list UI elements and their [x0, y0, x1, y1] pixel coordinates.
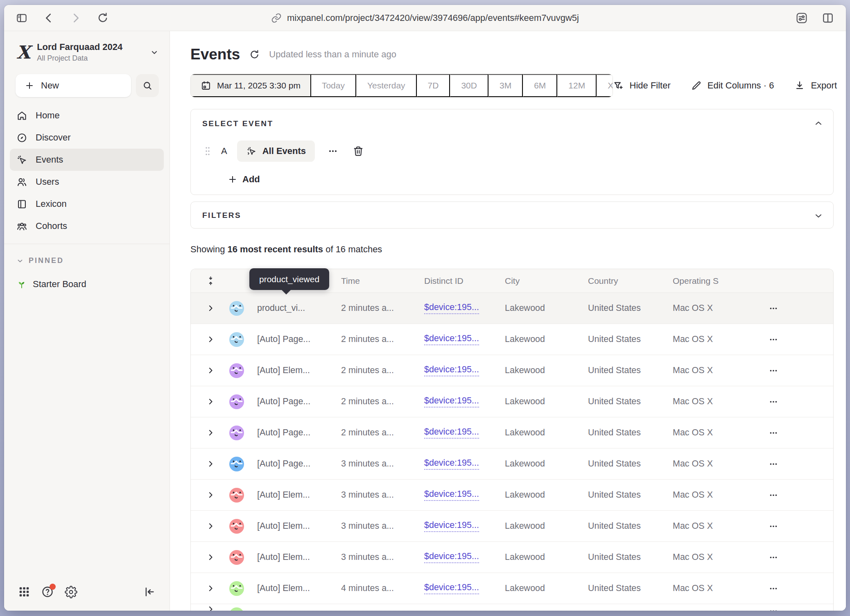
project-switcher[interactable]: X Lord Farquaad 2024 All Project Data — [16, 42, 159, 63]
range-button-xtd[interactable]: XTD — [597, 74, 613, 97]
row-more-options-icon[interactable] — [766, 519, 780, 533]
sidebar-item-users[interactable]: Users — [10, 171, 164, 193]
collapse-rows-icon[interactable] — [206, 276, 229, 286]
row-more-options-icon[interactable] — [766, 426, 780, 440]
expand-row-chevron-icon[interactable] — [206, 365, 216, 376]
expand-row-chevron-icon[interactable] — [206, 396, 216, 407]
expand-panel-chevron-down-icon[interactable] — [814, 211, 823, 221]
table-row[interactable]: [Auto] Elem... 4 minutes a... $device:19… — [191, 573, 833, 604]
cell-os: Mac OS X — [673, 428, 765, 438]
table-row[interactable]: [Auto] Page... 2 minutes a... $device:19… — [191, 324, 833, 355]
col-header-city[interactable]: City — [505, 276, 588, 286]
sidebar-item-events[interactable]: Events — [10, 149, 164, 171]
browser-back-icon[interactable] — [43, 12, 55, 24]
add-event-button[interactable]: Add — [228, 174, 260, 185]
sidebar-item-home[interactable]: Home — [10, 104, 164, 127]
sidebar-item-discover[interactable]: Discover — [10, 127, 164, 149]
expand-row-chevron-icon[interactable] — [206, 428, 216, 438]
collapse-panel-chevron-up-icon[interactable] — [814, 118, 823, 128]
col-header-country[interactable]: Country — [588, 276, 673, 286]
cell-distinct-id-link[interactable]: $device:195... — [424, 427, 479, 439]
drag-handle-icon[interactable] — [205, 146, 210, 156]
sidebar-item-cohorts[interactable]: Cohorts — [10, 215, 164, 237]
expand-row-chevron-icon[interactable] — [206, 521, 216, 531]
table-row[interactable]: product_vi... 2 minutes a... $device:195… — [191, 293, 833, 324]
range-button[interactable]: 7D — [417, 74, 450, 97]
table-row[interactable] — [191, 604, 833, 611]
cell-distinct-id-link[interactable]: $device:195... — [424, 365, 479, 376]
range-button[interactable]: 3M — [488, 74, 523, 97]
settings-gear-icon[interactable] — [65, 586, 77, 598]
expand-row-chevron-icon[interactable] — [206, 583, 216, 593]
expand-row-chevron-icon[interactable] — [206, 303, 216, 313]
address-bar[interactable]: mixpanel.com/project/3472420/view/397469… — [271, 13, 579, 23]
table-row[interactable]: [Auto] Elem... 2 minutes a... $device:19… — [191, 355, 833, 386]
row-more-options-icon[interactable] — [766, 333, 780, 346]
cell-distinct-id-link[interactable]: $device:195... — [424, 396, 479, 408]
table-row[interactable]: [Auto] Elem... 3 minutes a... $device:19… — [191, 542, 833, 573]
range-button[interactable]: Today — [311, 74, 356, 97]
cell-distinct-id-link[interactable]: $device:195... — [424, 520, 479, 532]
refresh-icon[interactable] — [249, 49, 260, 60]
filters-title: FILTERS — [202, 211, 822, 220]
row-more-options-icon[interactable] — [766, 582, 780, 596]
row-more-options-icon[interactable] — [766, 301, 780, 315]
browser-extensions-icon[interactable] — [795, 11, 808, 25]
sidebar-item-lexicon[interactable]: Lexicon — [10, 193, 164, 215]
cohorts-icon — [16, 221, 27, 232]
sidebar-item-starter-board[interactable]: Starter Board — [16, 279, 164, 290]
table-row[interactable]: [Auto] Elem... 3 minutes a... $device:19… — [191, 511, 833, 542]
apps-grid-icon[interactable] — [18, 586, 30, 598]
edit-columns-button[interactable]: Edit Columns · 6 — [691, 80, 774, 91]
expand-row-chevron-icon[interactable] — [206, 490, 216, 500]
range-button[interactable]: 30D — [450, 74, 488, 97]
col-header-distinct-id[interactable]: Distinct ID — [424, 276, 505, 286]
cell-city: Lakewood — [505, 365, 588, 376]
event-more-options-icon[interactable] — [327, 145, 339, 157]
browser-reload-icon[interactable] — [97, 12, 109, 24]
table-row[interactable]: [Auto] Page... 3 minutes a... $device:19… — [191, 448, 833, 480]
delete-event-trash-icon[interactable] — [353, 145, 364, 157]
row-more-options-icon[interactable] — [766, 395, 780, 409]
cell-event-name: [Auto] Elem... — [257, 365, 341, 376]
table-row[interactable]: [Auto] Page... 2 minutes a... $device:19… — [191, 386, 833, 417]
col-header-time[interactable]: Time — [341, 276, 424, 286]
expand-row-chevron-icon[interactable] — [206, 552, 216, 562]
cell-event-name: [Auto] Elem... — [257, 490, 341, 500]
browser-forward-icon[interactable] — [70, 12, 82, 24]
expand-row-chevron-icon[interactable] — [206, 459, 216, 469]
cell-distinct-id-link[interactable]: $device:195... — [424, 302, 479, 314]
date-picker-button[interactable]: Mar 11, 2025 3:30 pm — [191, 74, 311, 97]
range-button[interactable]: Yesterday — [356, 74, 417, 97]
col-header-os[interactable]: Operating S — [673, 276, 765, 286]
cell-time: 3 minutes a... — [341, 552, 424, 562]
cell-distinct-id-link[interactable]: $device:195... — [424, 551, 479, 563]
expand-row-chevron-icon[interactable] — [206, 604, 216, 611]
row-more-options-icon[interactable] — [766, 457, 780, 471]
range-button[interactable]: 6M — [523, 74, 557, 97]
row-more-options-icon[interactable] — [766, 550, 780, 564]
cell-distinct-id-link[interactable]: $device:195... — [424, 458, 479, 470]
updated-status: Updated less than a minute ago — [269, 49, 396, 60]
event-selector-chip[interactable]: All Events — [237, 140, 315, 162]
export-button[interactable]: Export — [794, 80, 837, 91]
table-row[interactable]: [Auto] Elem... 3 minutes a... $device:19… — [191, 480, 833, 511]
cell-distinct-id-link[interactable]: $device:195... — [424, 489, 479, 501]
expand-row-chevron-icon[interactable] — [206, 334, 216, 344]
row-more-options-icon[interactable] — [766, 488, 780, 502]
row-more-options-icon[interactable] — [766, 604, 780, 611]
table-row[interactable]: [Auto] Page... 2 minutes a... $device:19… — [191, 417, 833, 448]
cell-distinct-id-link[interactable]: $device:195... — [424, 582, 479, 594]
pinned-section-toggle[interactable]: PINNED — [16, 256, 164, 265]
hide-filter-button[interactable]: Hide Filter — [613, 80, 671, 91]
search-button[interactable] — [136, 74, 159, 97]
browser-sidebar-toggle-icon[interactable] — [16, 12, 28, 24]
sidebar-item-label: Discover — [36, 132, 71, 143]
row-more-options-icon[interactable] — [766, 364, 780, 378]
range-button[interactable]: 12M — [557, 74, 597, 97]
browser-split-view-icon[interactable] — [821, 11, 834, 25]
new-button[interactable]: New — [16, 74, 131, 97]
cell-time: 4 minutes a... — [341, 583, 424, 593]
cell-distinct-id-link[interactable]: $device:195... — [424, 333, 479, 345]
collapse-sidebar-icon[interactable] — [143, 586, 156, 598]
